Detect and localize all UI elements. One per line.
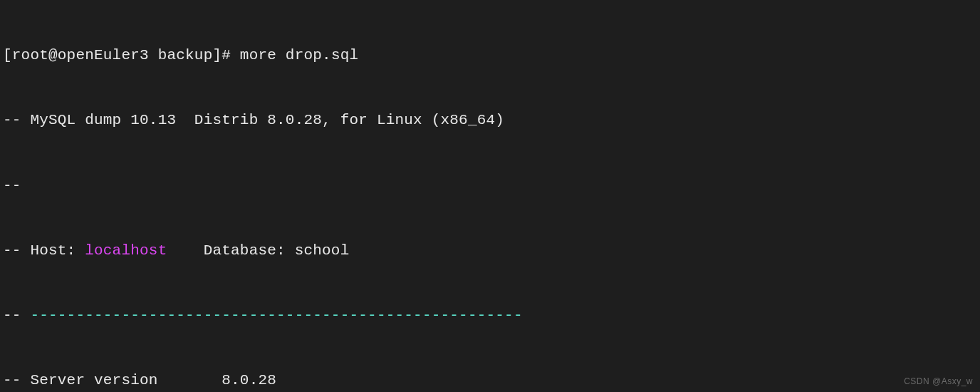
shell-prompt: [root@openEuler3 backup]# xyxy=(3,47,240,63)
output-line: -- Server version 8.0.28 xyxy=(3,370,977,391)
host-label: -- Host: xyxy=(3,242,85,259)
prompt-line: [root@openEuler3 backup]# more drop.sql xyxy=(3,45,977,66)
dash-prefix: -- xyxy=(3,307,30,324)
output-line: -- -------------------------------------… xyxy=(3,305,977,326)
divider-dashes: ----------------------------------------… xyxy=(30,307,522,324)
host-value: localhost xyxy=(85,242,167,259)
database-label: Database: school xyxy=(167,242,349,259)
command-text: more drop.sql xyxy=(240,47,358,63)
watermark-text: CSDN @Asxy_w xyxy=(904,376,973,388)
output-line: -- Host: localhost Database: school xyxy=(3,240,977,262)
output-line: -- xyxy=(3,175,977,197)
terminal-output[interactable]: [root@openEuler3 backup]# more drop.sql … xyxy=(3,1,977,392)
output-line: -- MySQL dump 10.13 Distrib 8.0.28, for … xyxy=(3,110,977,131)
